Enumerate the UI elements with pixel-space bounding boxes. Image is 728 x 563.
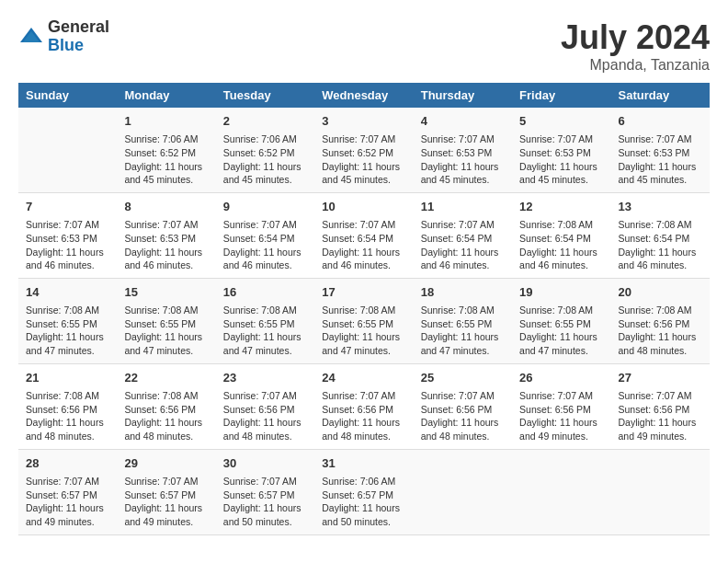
sunrise-text: Sunrise: 7:08 AM <box>223 304 307 317</box>
calendar-cell: 1 Sunrise: 7:06 AM Sunset: 6:52 PM Dayli… <box>117 108 215 192</box>
daylight-text: Daylight: 11 hours and 49 minutes. <box>619 416 702 442</box>
sunset-text: Sunset: 6:54 PM <box>322 232 405 246</box>
day-number: 27 <box>619 370 702 386</box>
sunset-text: Sunset: 6:56 PM <box>26 403 109 417</box>
daylight-text: Daylight: 11 hours and 45 minutes. <box>322 160 405 187</box>
calendar-cell: 12 Sunrise: 7:08 AM Sunset: 6:54 PM Dayl… <box>512 192 610 278</box>
calendar-cell: 16 Sunrise: 7:08 AM Sunset: 6:55 PM Dayl… <box>216 278 314 363</box>
daylight-text: Daylight: 11 hours and 47 minutes. <box>124 330 208 357</box>
calendar-cell: 26 Sunrise: 7:07 AM Sunset: 6:56 PM Dayl… <box>512 363 610 449</box>
sunset-text: Sunset: 6:53 PM <box>26 232 109 246</box>
day-number: 28 <box>26 455 109 472</box>
calendar-header-row: SundayMondayTuesdayWednesdayThursdayFrid… <box>18 83 710 108</box>
sunrise-text: Sunrise: 7:08 AM <box>519 218 603 232</box>
day-number: 13 <box>619 199 702 215</box>
calendar-cell: 24 Sunrise: 7:07 AM Sunset: 6:56 PM Dayl… <box>314 363 413 449</box>
calendar-week-row: 14 Sunrise: 7:08 AM Sunset: 6:55 PM Dayl… <box>18 278 710 363</box>
sunset-text: Sunset: 6:55 PM <box>519 317 603 331</box>
sunset-text: Sunset: 6:55 PM <box>124 317 208 331</box>
daylight-text: Daylight: 11 hours and 48 minutes. <box>322 416 405 442</box>
day-number: 31 <box>322 455 405 472</box>
sunrise-text: Sunrise: 7:08 AM <box>421 304 505 317</box>
calendar-cell: 2 Sunrise: 7:06 AM Sunset: 6:52 PM Dayli… <box>216 108 314 192</box>
sunset-text: Sunset: 6:55 PM <box>223 317 307 331</box>
daylight-text: Daylight: 11 hours and 50 minutes. <box>322 501 405 528</box>
daylight-text: Daylight: 11 hours and 48 minutes. <box>26 416 109 442</box>
sunset-text: Sunset: 6:55 PM <box>322 317 405 331</box>
sunset-text: Sunset: 6:56 PM <box>223 403 307 417</box>
sunrise-text: Sunrise: 7:07 AM <box>421 218 505 232</box>
day-number: 8 <box>124 199 208 215</box>
sunrise-text: Sunrise: 7:07 AM <box>26 218 109 232</box>
sunset-text: Sunset: 6:56 PM <box>421 403 505 417</box>
calendar-cell: 29 Sunrise: 7:07 AM Sunset: 6:57 PM Dayl… <box>117 449 215 534</box>
sunset-text: Sunset: 6:56 PM <box>519 403 603 417</box>
day-number: 24 <box>322 370 405 386</box>
daylight-text: Daylight: 11 hours and 45 minutes. <box>619 160 702 187</box>
calendar-cell: 13 Sunrise: 7:08 AM Sunset: 6:54 PM Dayl… <box>611 192 710 278</box>
sunset-text: Sunset: 6:52 PM <box>124 146 208 160</box>
day-number: 15 <box>124 284 208 301</box>
sunrise-text: Sunrise: 7:07 AM <box>421 389 505 403</box>
day-number: 10 <box>322 199 405 215</box>
sunrise-text: Sunrise: 7:08 AM <box>519 304 603 317</box>
month-year-title: July 2024 <box>561 18 710 57</box>
logo-icon <box>18 24 44 50</box>
day-number: 9 <box>223 199 307 215</box>
day-number: 18 <box>421 284 505 301</box>
daylight-text: Daylight: 11 hours and 46 minutes. <box>322 246 405 272</box>
sunset-text: Sunset: 6:57 PM <box>223 488 307 502</box>
calendar-cell: 3 Sunrise: 7:07 AM Sunset: 6:52 PM Dayli… <box>314 108 413 192</box>
sunrise-text: Sunrise: 7:07 AM <box>519 132 603 146</box>
day-number: 23 <box>223 370 307 386</box>
daylight-text: Daylight: 11 hours and 48 minutes. <box>223 416 307 442</box>
sunrise-text: Sunrise: 7:08 AM <box>26 304 109 317</box>
daylight-text: Daylight: 11 hours and 47 minutes. <box>421 330 505 357</box>
daylight-text: Daylight: 11 hours and 45 minutes. <box>124 160 208 187</box>
day-number: 11 <box>421 199 505 215</box>
daylight-text: Daylight: 11 hours and 46 minutes. <box>124 246 208 272</box>
logo: General Blue <box>18 18 109 55</box>
calendar-cell: 5 Sunrise: 7:07 AM Sunset: 6:53 PM Dayli… <box>512 108 610 192</box>
calendar-cell: 17 Sunrise: 7:08 AM Sunset: 6:55 PM Dayl… <box>314 278 413 363</box>
daylight-text: Daylight: 11 hours and 48 minutes. <box>421 416 505 442</box>
day-number: 22 <box>124 370 208 386</box>
calendar-cell: 18 Sunrise: 7:08 AM Sunset: 6:55 PM Dayl… <box>414 278 512 363</box>
daylight-text: Daylight: 11 hours and 48 minutes. <box>124 416 208 442</box>
day-number: 29 <box>124 455 208 472</box>
calendar-cell: 14 Sunrise: 7:08 AM Sunset: 6:55 PM Dayl… <box>18 278 117 363</box>
calendar-cell: 21 Sunrise: 7:08 AM Sunset: 6:56 PM Dayl… <box>18 363 117 449</box>
day-number: 1 <box>124 113 208 130</box>
calendar-cell <box>414 449 512 534</box>
sunset-text: Sunset: 6:57 PM <box>322 488 405 502</box>
sunrise-text: Sunrise: 7:07 AM <box>619 389 702 403</box>
sunset-text: Sunset: 6:57 PM <box>124 488 208 502</box>
calendar-cell: 10 Sunrise: 7:07 AM Sunset: 6:54 PM Dayl… <box>314 192 413 278</box>
logo-blue-text: Blue <box>48 37 109 55</box>
calendar-cell: 6 Sunrise: 7:07 AM Sunset: 6:53 PM Dayli… <box>611 108 710 192</box>
sunrise-text: Sunrise: 7:07 AM <box>322 132 405 146</box>
sunrise-text: Sunrise: 7:08 AM <box>124 389 208 403</box>
daylight-text: Daylight: 11 hours and 47 minutes. <box>322 330 405 357</box>
calendar-cell: 25 Sunrise: 7:07 AM Sunset: 6:56 PM Dayl… <box>414 363 512 449</box>
daylight-text: Daylight: 11 hours and 47 minutes. <box>519 330 603 357</box>
calendar-cell: 30 Sunrise: 7:07 AM Sunset: 6:57 PM Dayl… <box>216 449 314 534</box>
calendar-cell: 11 Sunrise: 7:07 AM Sunset: 6:54 PM Dayl… <box>414 192 512 278</box>
sunrise-text: Sunrise: 7:07 AM <box>519 389 603 403</box>
sunset-text: Sunset: 6:56 PM <box>322 403 405 417</box>
column-header-wednesday: Wednesday <box>314 83 413 108</box>
day-number: 25 <box>421 370 505 386</box>
calendar-cell: 8 Sunrise: 7:07 AM Sunset: 6:53 PM Dayli… <box>117 192 215 278</box>
sunrise-text: Sunrise: 7:07 AM <box>421 132 505 146</box>
calendar-cell: 20 Sunrise: 7:08 AM Sunset: 6:56 PM Dayl… <box>611 278 710 363</box>
calendar-cell: 28 Sunrise: 7:07 AM Sunset: 6:57 PM Dayl… <box>18 449 117 534</box>
sunrise-text: Sunrise: 7:06 AM <box>124 132 208 146</box>
column-header-monday: Monday <box>117 83 215 108</box>
calendar-cell <box>611 449 710 534</box>
calendar-table: SundayMondayTuesdayWednesdayThursdayFrid… <box>18 83 710 535</box>
calendar-week-row: 7 Sunrise: 7:07 AM Sunset: 6:53 PM Dayli… <box>18 192 710 278</box>
calendar-cell <box>18 108 117 192</box>
daylight-text: Daylight: 11 hours and 46 minutes. <box>619 246 702 272</box>
day-number: 17 <box>322 284 405 301</box>
day-number: 12 <box>519 199 603 215</box>
